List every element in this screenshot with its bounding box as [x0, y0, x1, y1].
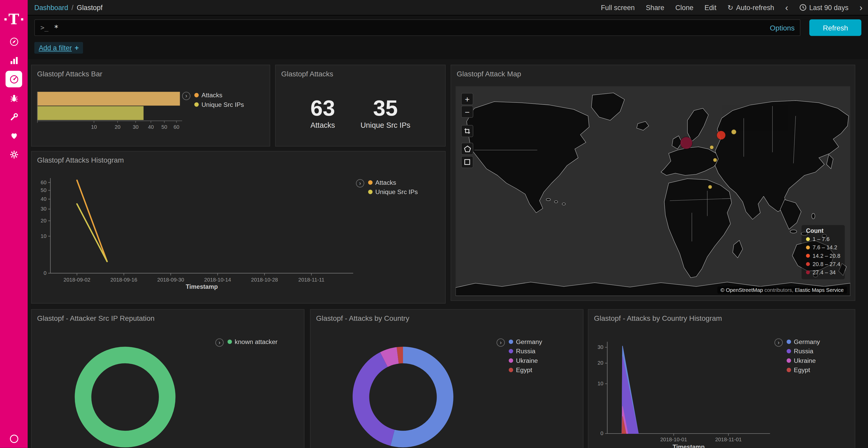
- map-fit-bounds-button[interactable]: [461, 125, 473, 137]
- attacks-histogram-chart: 01020304050602018-09-022018-09-162018-09…: [32, 174, 375, 304]
- user-menu-icon[interactable]: [0, 434, 28, 443]
- svg-text:2018-11-01: 2018-11-01: [715, 437, 742, 442]
- refresh-button[interactable]: Refresh: [810, 20, 861, 36]
- svg-text:30: 30: [40, 206, 46, 212]
- legend-toggle-icon[interactable]: ›: [182, 92, 190, 100]
- bar-chart-icon: [5, 52, 22, 68]
- legend-item[interactable]: Attacks: [368, 179, 418, 186]
- refresh-cycle-icon: ↻: [727, 3, 733, 12]
- auto-refresh-button[interactable]: ↻ Auto-refresh: [727, 3, 774, 12]
- search-query-input[interactable]: [54, 23, 765, 32]
- svg-text:10: 10: [40, 233, 46, 239]
- legend-item[interactable]: Egypt: [509, 367, 542, 373]
- legend-item[interactable]: Ukraine: [786, 357, 820, 364]
- donut-slice-germany[interactable]: [393, 355, 445, 439]
- legend-item[interactable]: Unique Src IPs: [194, 101, 244, 108]
- share-button[interactable]: Share: [646, 4, 664, 11]
- time-forward-button[interactable]: ›: [860, 3, 862, 12]
- svg-text:0: 0: [600, 430, 603, 436]
- map-polygon-tool-button[interactable]: [461, 143, 473, 155]
- legend-label: Ukraine: [794, 357, 816, 364]
- map-attack-dot[interactable]: [680, 137, 692, 149]
- legend-label: Attacks: [375, 179, 396, 186]
- map-attack-dot[interactable]: [710, 145, 714, 149]
- legend-color-dot: [509, 340, 513, 344]
- map-legend-range-label: 27.4 – 34: [813, 268, 836, 276]
- time-range-button[interactable]: Last 90 days: [799, 4, 848, 11]
- legend-item[interactable]: Russia: [786, 348, 820, 354]
- query-prompt-icon: >_: [40, 24, 48, 32]
- openstreetmap-link[interactable]: © OpenStreetMap: [720, 287, 763, 293]
- donut-slice-ukraine[interactable]: [384, 355, 398, 359]
- map-rectangle-tool-button[interactable]: [461, 156, 473, 168]
- attacks-by-country-histogram-legend: ›GermanyRussiaUkraineEgypt: [774, 338, 820, 373]
- legend-item[interactable]: Ukraine: [509, 357, 542, 364]
- map-zoom-out-button[interactable]: −: [461, 106, 473, 118]
- metric-attacks: 63 Attacks: [311, 96, 335, 130]
- clone-button[interactable]: Clone: [675, 4, 693, 11]
- map-zoom-in-button[interactable]: +: [461, 93, 473, 105]
- svg-text:20: 20: [115, 124, 121, 130]
- query-bar: >_ Options Refresh: [28, 15, 868, 39]
- query-options-link[interactable]: Options: [770, 24, 795, 32]
- logo-letter: T: [8, 12, 19, 27]
- app-window: T: [0, 0, 868, 448]
- sidebar-item-timelion[interactable]: [0, 89, 28, 107]
- legend-toggle-icon[interactable]: ›: [356, 179, 364, 187]
- app-sidebar: T: [0, 0, 28, 448]
- legend-item[interactable]: Germany: [786, 338, 820, 345]
- legend-item[interactable]: Egypt: [786, 367, 820, 373]
- elastic-maps-service-link[interactable]: Elastic Maps Service: [795, 287, 844, 293]
- sidebar-item-dev-tools[interactable]: [0, 107, 28, 126]
- legend-toggle-icon[interactable]: ›: [774, 338, 783, 347]
- svg-text:10: 10: [91, 124, 97, 130]
- sidebar-item-management[interactable]: [0, 145, 28, 164]
- legend-item[interactable]: Germany: [509, 338, 542, 345]
- time-range-label: Last 90 days: [809, 4, 848, 11]
- svg-text:10: 10: [597, 381, 603, 386]
- legend-color-dot: [786, 349, 791, 353]
- sidebar-item-visualize[interactable]: [0, 51, 28, 70]
- legend-item[interactable]: known attacker: [227, 338, 278, 345]
- map-attack-dot[interactable]: [708, 185, 712, 189]
- legend-item[interactable]: Unique Src IPs: [368, 188, 418, 195]
- src-ip-reputation-donut: [32, 310, 304, 448]
- svg-text:2018-09-30: 2018-09-30: [157, 277, 184, 283]
- sidebar-item-monitoring[interactable]: [0, 126, 28, 145]
- gauge-icon: [5, 71, 22, 87]
- breadcrumb-dashboard-link[interactable]: Dashboard: [34, 4, 68, 11]
- donut-slice-egypt[interactable]: [398, 355, 403, 355]
- line-unique-src-ips[interactable]: [77, 204, 107, 262]
- map-attack-dot[interactable]: [717, 131, 725, 140]
- filter-bar: Add a filter +: [28, 39, 868, 59]
- sidebar-item-discover[interactable]: [0, 32, 28, 51]
- full-screen-button[interactable]: Full screen: [601, 4, 635, 11]
- map-attack-dot[interactable]: [713, 158, 717, 162]
- legend-toggle-icon[interactable]: ›: [497, 338, 505, 347]
- panel-attacks-by-country: Glastopf - Attacks by Country ›GermanyRu…: [310, 309, 584, 448]
- panel-title: Glastopf Attacks Bar: [32, 65, 270, 82]
- map-attack-dot[interactable]: [731, 130, 736, 134]
- svg-text:2018-10-01: 2018-10-01: [660, 437, 687, 442]
- sidebar-item-dashboard[interactable]: [0, 70, 28, 89]
- legend-label: Unique Src IPs: [202, 101, 244, 108]
- edit-button[interactable]: Edit: [705, 4, 716, 11]
- map-legend-color-dot: [806, 271, 810, 274]
- legend-color-dot: [509, 349, 513, 353]
- svg-text:2018-09-02: 2018-09-02: [64, 277, 90, 283]
- donut-slice-known-attacker[interactable]: [83, 355, 167, 439]
- map-legend-color-dot: [806, 237, 810, 241]
- logo-dot-right: [21, 18, 23, 21]
- add-filter-button[interactable]: Add a filter +: [34, 42, 83, 54]
- legend-toggle-icon[interactable]: ›: [215, 338, 224, 347]
- donut-slice-russia[interactable]: [361, 359, 393, 438]
- bar-unique-src-ips[interactable]: [37, 106, 144, 120]
- time-back-button[interactable]: ‹: [785, 3, 788, 12]
- legend-item[interactable]: Russia: [509, 348, 542, 354]
- legend-label: Egypt: [794, 367, 810, 373]
- telekom-logo[interactable]: T: [5, 7, 23, 32]
- legend-item[interactable]: Attacks: [194, 92, 244, 99]
- bar-attacks[interactable]: [37, 92, 180, 106]
- line-attacks[interactable]: [77, 180, 107, 262]
- map-legend-color-dot: [806, 245, 810, 249]
